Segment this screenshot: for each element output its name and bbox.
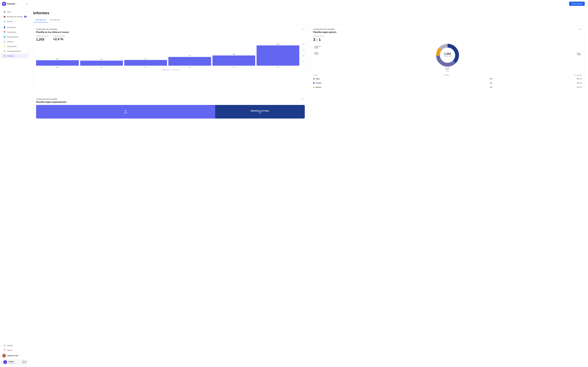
legend-hombre-pct: 37.2% bbox=[445, 69, 450, 70]
gender-dot-hombre bbox=[313, 82, 315, 84]
main-content: Crear informe Informes Vista general Tus… bbox=[30, 0, 588, 367]
bar-rect-sept bbox=[36, 60, 79, 66]
tab-tus-informes[interactable]: Tus informes bbox=[48, 17, 62, 22]
work-status-widget[interactable]: ⏸ Trabajo Descanso 4:02:30 0:50:12 bbox=[1, 359, 29, 365]
bar-col-feb: 1165 Feb bbox=[257, 43, 299, 68]
bar-col-nov: 312 Nov bbox=[124, 43, 167, 68]
sidebar-label-bandeja: Bandeja de entrada bbox=[7, 16, 22, 18]
sidebar-item-buscar[interactable]: 🔍 Buscar bbox=[1, 19, 29, 24]
sidebar-item-informes[interactable]: 📋 Informes bbox=[1, 54, 29, 58]
bar-label-feb: Feb bbox=[277, 67, 279, 68]
svg-point-2 bbox=[3, 354, 5, 356]
index-label: Índice de hoy i bbox=[313, 35, 582, 37]
metric-label-1: Plantilla de hoy i bbox=[36, 35, 49, 37]
chart-date-range: 1 Sept 2023 — 1 Feb 2024 bbox=[36, 69, 305, 71]
sidebar-label-empleados: Empleados bbox=[7, 26, 16, 28]
y-label-900: 900 bbox=[303, 49, 305, 51]
help-icon: ❓ bbox=[3, 349, 6, 351]
bar-rect-feb bbox=[257, 45, 299, 66]
metric-label-2: Tasa de aumento bbox=[53, 35, 65, 37]
gender-pct-diverso: 12.1 % bbox=[492, 86, 582, 88]
y-label-0: 0 bbox=[304, 67, 305, 68]
bar-value-dic: 477 bbox=[189, 55, 191, 57]
card-menu-3[interactable]: ••• bbox=[302, 98, 305, 100]
tab-vista-general[interactable]: Vista general bbox=[33, 17, 48, 22]
page-title: Informes bbox=[33, 11, 585, 15]
sidebar-item-empleados[interactable]: 👤 Empleados bbox=[1, 25, 29, 30]
sidebar-item-automatizaciones[interactable]: ⚙ Automatizaciones bbox=[1, 49, 29, 53]
user-section[interactable]: Matthew Allen bbox=[0, 353, 30, 359]
gender-label-hombre: Hombre bbox=[316, 82, 321, 84]
card-section-title-3: Composición de la plantilla bbox=[36, 98, 57, 100]
bar-label-ene: Ene bbox=[233, 67, 235, 68]
bar-col-sept: 300 Sept bbox=[36, 43, 79, 68]
legend-diverso-label: Diverso bbox=[314, 52, 320, 53]
legend-undefined-pct: 37.2% bbox=[314, 47, 320, 49]
metric-value-2: +2.4 % bbox=[53, 37, 65, 41]
gender-name-mujer: Mujer bbox=[313, 78, 403, 80]
metrics-row-1: Plantilla de hoy i 1,203 Tasa de aumento… bbox=[36, 35, 305, 41]
sidebar-item-calendarios[interactable]: 📅 Calendarios bbox=[1, 30, 29, 34]
work-pause-button[interactable]: ⏸ bbox=[3, 360, 7, 364]
gender-row-hombre: Hombre 150 30.1 % bbox=[313, 81, 582, 85]
sidebar-label-desempeno: Desempeño bbox=[7, 45, 17, 47]
gender-pct-hombre: 30.1 % bbox=[492, 82, 582, 84]
bar-rect-oct bbox=[80, 61, 123, 66]
card-subtitle-2: Plantilla según género bbox=[313, 31, 582, 33]
app-logo[interactable]: Personio ▾ bbox=[2, 2, 17, 6]
bar-value-nov: 312 bbox=[145, 58, 147, 59]
metric-value-1: 1,203 bbox=[36, 38, 49, 41]
sidebar-item-inicio[interactable]: 🏠 Inicio bbox=[1, 9, 29, 14]
create-report-button[interactable]: Crear informe bbox=[569, 2, 585, 6]
legend-hombre-label: Hombre bbox=[445, 67, 450, 69]
sidebar-item-reclutamiento[interactable]: 🌐 Reclutamiento bbox=[1, 34, 29, 39]
sidebar-item-ajustes[interactable]: ⚙ Ajustes bbox=[1, 343, 29, 348]
bar-rect-dic bbox=[168, 57, 211, 66]
sidebar-item-ayuda[interactable]: ❓ Ayuda bbox=[1, 348, 29, 352]
gender-pct-mujer: 50.1 % bbox=[492, 78, 582, 80]
bar-col-oct: 278 Oct bbox=[80, 43, 123, 68]
card-subtitle-1: Plantilla en los últimos 6 meses bbox=[36, 31, 305, 33]
topbar: Crear informe bbox=[30, 0, 588, 8]
sidebar-label-calendarios: Calendarios bbox=[7, 31, 17, 33]
employees-icon: 👤 bbox=[3, 26, 6, 28]
gender-count-diverso: 100 bbox=[403, 86, 492, 88]
today-label: Hoy bbox=[313, 70, 582, 72]
svg-point-8 bbox=[440, 48, 455, 63]
card-plantilla-6meses: Composición de la plantilla ••• Plantill… bbox=[33, 25, 308, 92]
svg-text:1,203: 1,203 bbox=[444, 52, 451, 55]
card-departamento: Composición de la plantilla ••• Plantill… bbox=[33, 95, 308, 121]
legend-undefined-label: Undefined bbox=[314, 46, 320, 47]
sidebar-header: Personio ▾ ⊟ bbox=[0, 0, 30, 8]
sidebar-label-automatizaciones: Automatizaciones bbox=[7, 50, 21, 52]
avatar bbox=[2, 354, 6, 358]
sidebar-item-bandeja[interactable]: 📥 Bandeja de entrada 6 bbox=[1, 14, 29, 19]
sidebar-toggle-button[interactable]: ⊟ bbox=[26, 3, 28, 5]
donut-chart-area: Undefined 37.2% Diverso 37.2% bbox=[313, 43, 582, 70]
gender-table: Género Plantilla Porcentaje Mujer 300 50… bbox=[313, 73, 582, 89]
work-time1: 4:02:30 bbox=[22, 361, 26, 362]
sidebar-label-ajustes: Ajustes bbox=[7, 344, 13, 346]
sidebar-item-desempeno[interactable]: ⚡ Desempeño bbox=[1, 44, 29, 49]
bandeja-badge: 6 bbox=[24, 16, 26, 17]
col-genero: Género bbox=[313, 74, 318, 76]
info-icon-2: i bbox=[323, 35, 324, 37]
gender-name-hombre: Hombre bbox=[313, 82, 403, 84]
dept-marketing-count: 250 bbox=[259, 112, 261, 114]
sidebar-nav: 🏠 Inicio 📥 Bandeja de entrada 6 🔍 Buscar… bbox=[0, 8, 30, 342]
card-menu-1[interactable]: ••• bbox=[302, 28, 305, 30]
legend-mujer: Mujer 37.2% bbox=[577, 52, 581, 55]
card-menu-2[interactable]: ••• bbox=[579, 28, 582, 30]
logo-icon bbox=[2, 2, 6, 6]
legend-diverso-pct: 37.2% bbox=[314, 53, 320, 55]
sidebar-item-nomina[interactable]: 🗂 Nómina bbox=[1, 39, 29, 44]
card-genero: Composición de la plantilla ••• Plantill… bbox=[310, 25, 585, 92]
y-label-1200: 1,200 bbox=[301, 43, 305, 45]
automation-icon: ⚙ bbox=[3, 50, 6, 52]
col-plantilla: Plantilla bbox=[444, 74, 449, 76]
legend-hombre: Hombre 37.2% bbox=[445, 67, 450, 70]
calendar-icon: 📅 bbox=[3, 31, 6, 33]
tabs: Vista general Tus informes bbox=[33, 17, 585, 22]
app-name: Personio bbox=[7, 3, 15, 5]
card-subtitle-3: Plantilla según departamento bbox=[36, 101, 305, 103]
